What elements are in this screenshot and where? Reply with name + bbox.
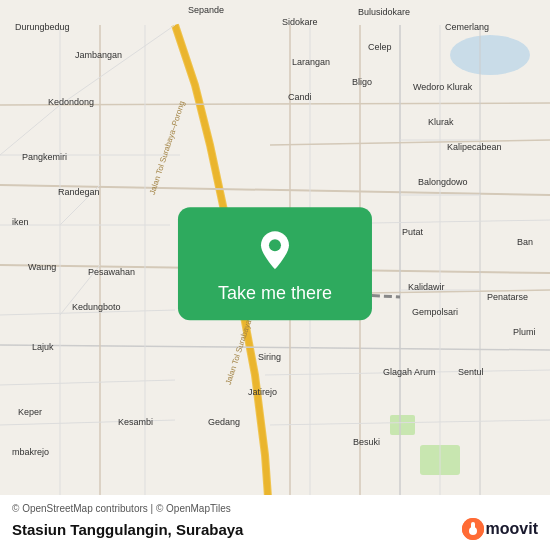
take-me-there-button[interactable]: Take me there bbox=[218, 283, 332, 304]
moovit-icon bbox=[462, 518, 484, 540]
map-container: Durungbedug Jambangan Sepande Sidokare B… bbox=[0, 0, 550, 550]
moovit-label: moovit bbox=[486, 520, 538, 538]
svg-point-5 bbox=[269, 239, 281, 251]
cta-overlay: Take me there bbox=[178, 207, 372, 320]
svg-point-1 bbox=[450, 35, 530, 75]
location-pin-icon bbox=[253, 227, 297, 271]
svg-rect-3 bbox=[390, 415, 415, 435]
moovit-logo: moovit bbox=[462, 518, 538, 540]
cta-green-box[interactable]: Take me there bbox=[178, 207, 372, 320]
location-name: Stasiun Tanggulangin, Surabaya bbox=[12, 521, 243, 538]
attribution-text: © OpenStreetMap contributors | © OpenMap… bbox=[12, 503, 538, 514]
bottom-bar: © OpenStreetMap contributors | © OpenMap… bbox=[0, 495, 550, 550]
svg-rect-8 bbox=[471, 522, 475, 530]
location-title-bar: Stasiun Tanggulangin, Surabaya moovit bbox=[12, 518, 538, 540]
